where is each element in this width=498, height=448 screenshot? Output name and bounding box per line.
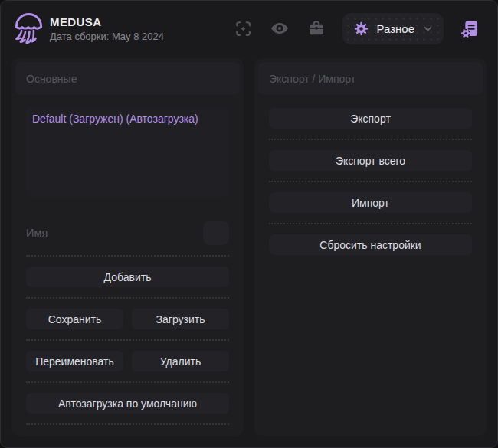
name-row <box>26 221 229 245</box>
title-block: MEDUSA Дата сборки: May 8 2024 <box>50 15 164 42</box>
panels-area: Основные Default (Загружен) (Автозагрузк… <box>11 58 487 436</box>
misc-dropdown-button[interactable]: Разное <box>342 13 444 44</box>
panel-export-import-title: Экспорт / Импорт <box>269 73 355 85</box>
crosshair-icon[interactable] <box>228 13 258 44</box>
panel-export-import-body: Экспорт Экспорт всего Импорт Сбросить на… <box>254 99 487 255</box>
config-listbox[interactable]: Default (Загружен) (Автозагрузка) <box>26 106 229 197</box>
config-list-item[interactable]: Default (Загружен) (Автозагрузка) <box>31 110 224 127</box>
panel-main-header: Основные <box>15 62 240 95</box>
eye-icon[interactable] <box>264 13 295 44</box>
name-keybind-box[interactable] <box>203 221 229 245</box>
panel-export-import-header: Экспорт / Импорт <box>258 62 483 95</box>
separator <box>26 339 229 341</box>
name-input[interactable] <box>26 227 203 239</box>
chevron-down-icon <box>421 22 434 35</box>
gear-icon <box>353 21 369 37</box>
add-button[interactable]: Добавить <box>26 267 229 287</box>
panel-main-title: Основные <box>26 73 77 85</box>
panel-export-import: Экспорт / Импорт Экспорт Экспорт всего И… <box>254 58 487 436</box>
load-button[interactable]: Загрузить <box>132 309 229 329</box>
save-load-row: Сохранить Загрузить <box>26 309 229 329</box>
export-button[interactable]: Экспорт <box>269 108 472 129</box>
separator <box>269 139 472 140</box>
delete-button[interactable]: Удалить <box>132 351 229 371</box>
autoload-default-button[interactable]: Автозагрузка по умолчанию <box>26 393 229 414</box>
config-file-icon[interactable] <box>454 13 485 44</box>
separator <box>26 255 229 257</box>
import-button[interactable]: Импорт <box>269 192 472 213</box>
rename-delete-row: Переименовать Удалить <box>26 351 229 371</box>
panel-main-body: Default (Загружен) (Автозагрузка) Добави… <box>11 99 244 435</box>
app-title: MEDUSA <box>50 15 164 28</box>
header-bar: MEDUSA Дата сборки: May 8 2024 <box>1 1 497 56</box>
separator <box>26 423 229 425</box>
header-nav: Разное <box>228 13 485 44</box>
panel-main: Основные Default (Загружен) (Автозагрузк… <box>11 58 244 436</box>
separator <box>26 297 229 299</box>
build-date: Дата сборки: May 8 2024 <box>50 31 164 42</box>
save-button[interactable]: Сохранить <box>26 309 123 329</box>
separator <box>269 223 472 224</box>
briefcase-icon[interactable] <box>301 13 332 44</box>
export-all-button[interactable]: Экспорт всего <box>269 150 472 171</box>
rename-button[interactable]: Переименовать <box>26 351 123 371</box>
medusa-window: MEDUSA Дата сборки: May 8 2024 <box>0 0 498 448</box>
jellyfish-icon <box>10 10 47 47</box>
reset-settings-button[interactable]: Сбросить настройки <box>269 234 472 255</box>
separator <box>269 181 472 182</box>
misc-dropdown-label: Разное <box>376 22 414 35</box>
separator <box>26 381 229 383</box>
